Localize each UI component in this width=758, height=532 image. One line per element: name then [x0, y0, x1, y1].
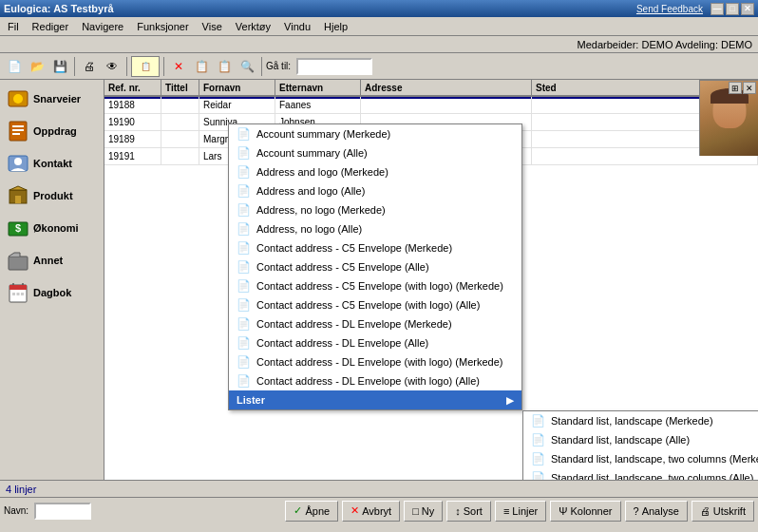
sidebar-item-okonomi[interactable]: $ Økonomi: [2, 213, 102, 243]
search-btn[interactable]: 🔍: [237, 56, 257, 77]
menu-navigere[interactable]: Navigere: [76, 18, 129, 35]
sidebar-item-snarveier[interactable]: Snarveier: [2, 84, 102, 114]
ny-button[interactable]: □ Ny: [404, 501, 443, 522]
sidebar-item-kontakt[interactable]: Kontakt: [2, 148, 102, 179]
goto-label: Gå til:: [266, 61, 291, 71]
sub-item-std-landscape-two-merkede[interactable]: 📄 Standard list, landscape, two columns …: [523, 449, 758, 468]
doc-icon: 📄: [531, 471, 545, 480]
annet-label: Annet: [33, 255, 63, 266]
dropdown-item-contact-dl-logo-merkede[interactable]: 📄 Contact address - DL Envelope (with lo…: [229, 352, 521, 371]
dropdown-item-contact-c5-alle[interactable]: 📄 Contact address - C5 Envelope (Alle): [229, 257, 521, 276]
goto-input[interactable]: [296, 58, 372, 75]
dropdown-item-lister[interactable]: Lister ▶: [229, 390, 521, 409]
menu-verktoy[interactable]: Verktøy: [230, 18, 276, 35]
reports-btn[interactable]: 📋: [131, 56, 160, 77]
window-controls[interactable]: — □ ✕: [711, 3, 754, 15]
name-input[interactable]: [34, 503, 91, 520]
produkt-icon: [7, 184, 29, 207]
menu-vise[interactable]: Vise: [197, 18, 228, 35]
utskrift-button[interactable]: 🖨 Utskrift: [692, 501, 754, 522]
paste-btn[interactable]: 📋: [214, 56, 235, 77]
doc-icon: 📄: [237, 279, 251, 293]
sub-item-std-landscape-alle[interactable]: 📄 Standard list, landscape (Alle): [523, 430, 758, 449]
sub-item-std-landscape-merkede[interactable]: 📄 Standard list, landscape (Merkede): [523, 411, 758, 430]
delete-btn[interactable]: ✕: [168, 56, 189, 77]
dropdown-item-contact-dl-alle[interactable]: 📄 Contact address - DL Envelope (Alle): [229, 333, 521, 352]
dropdown-item-contact-dl-merkede[interactable]: 📄 Contact address - DL Envelope (Merkede…: [229, 314, 521, 333]
table-header: Ref. nr. Tittel Fornavn Etternavn Adress…: [104, 80, 758, 97]
dropdown-item-address-no-logo-merkede[interactable]: 📄 Address, no logo (Merkede): [229, 200, 521, 219]
new-btn[interactable]: 📄: [4, 56, 25, 77]
analyse-button[interactable]: ? Analyse: [625, 501, 688, 522]
dropdown-item-account-summary-alle[interactable]: 📄 Account summary (Alle): [229, 143, 521, 162]
main-dropdown-menu[interactable]: 📄 Account summary (Merkede) 📄 Account su…: [228, 124, 522, 410]
sidebar-item-oppdrag[interactable]: Oppdrag: [2, 116, 102, 146]
oppdrag-icon: [7, 120, 29, 142]
kontakt-icon: [7, 152, 29, 175]
dropdown-item-address-no-logo-alle[interactable]: 📄 Address, no logo (Alle): [229, 219, 521, 238]
dropdown-item-contact-c5-logo-alle[interactable]: 📄 Contact address - C5 Envelope (with lo…: [229, 295, 521, 314]
close-button[interactable]: ✕: [741, 3, 754, 15]
open-btn[interactable]: 📂: [27, 56, 47, 77]
kontakt-label: Kontakt: [33, 158, 72, 169]
oppdrag-label: Oppdrag: [33, 125, 77, 137]
sub-item-std-landscape-two-alle[interactable]: 📄 Standard list, landscape, two columns …: [523, 468, 758, 480]
lister-label: Lister: [237, 394, 265, 406]
print-btn[interactable]: 🖨: [79, 56, 100, 77]
col-ref[interactable]: Ref. nr.: [104, 80, 161, 95]
svg-point-1: [13, 94, 23, 104]
col-etternavn[interactable]: Etternavn: [275, 80, 361, 95]
svg-rect-20: [21, 293, 24, 295]
sidebar-item-dagbok[interactable]: Dagbok: [2, 277, 102, 308]
menu-hjelp[interactable]: Hjelp: [318, 18, 353, 35]
doc-icon: 📄: [237, 336, 251, 350]
sidebar-item-produkt[interactable]: Produkt: [2, 180, 102, 211]
apne-button[interactable]: ✓ Åpne: [285, 501, 338, 522]
snarveier-label: Snarveier: [33, 93, 81, 104]
menu-vindu[interactable]: Vindu: [278, 18, 316, 35]
col-fornavn[interactable]: Fornavn: [199, 80, 275, 95]
table-row[interactable]: 19188 Reidar Faanes: [104, 97, 758, 114]
dropdown-label: Contact address - DL Envelope (with logo…: [256, 375, 480, 387]
svg-point-7: [14, 158, 22, 165]
svg-rect-10: [15, 196, 21, 203]
dropdown-label: Address, no logo (Merkede): [256, 204, 386, 216]
photo-resize-controls[interactable]: ⊞ ✕: [729, 82, 756, 402]
toolbar: 📄 📂 💾 🖨 👁 📋 ✕ 📋 📋 🔍 Gå til:: [0, 53, 758, 80]
col-adresse[interactable]: Adresse: [361, 80, 532, 95]
linjer-button[interactable]: ≡ Linjer: [495, 501, 546, 522]
sort-icon: ↕: [455, 505, 461, 517]
dropdown-item-contact-c5-logo-merkede[interactable]: 📄 Contact address - C5 Envelope (with lo…: [229, 276, 521, 295]
sep4: [261, 57, 262, 76]
dropdown-item-account-summary-merkede[interactable]: 📄 Account summary (Merkede): [229, 124, 521, 143]
cell-tittel-1: [161, 114, 199, 130]
checkmark-icon: ✓: [294, 504, 302, 517]
dropdown-item-contact-dl-logo-alle[interactable]: 📄 Contact address - DL Envelope (with lo…: [229, 371, 521, 390]
kolonner-button[interactable]: Ψ Kolonner: [550, 501, 620, 522]
dropdown-item-contact-c5-merkede[interactable]: 📄 Contact address - C5 Envelope (Merkede…: [229, 238, 521, 257]
feedback-link[interactable]: Send Feedback: [636, 4, 703, 14]
dropdown-label: Contact address - DL Envelope (with logo…: [256, 356, 502, 368]
menu-rediger[interactable]: Rediger: [27, 18, 75, 35]
sidebar-item-annet[interactable]: Annet: [2, 245, 102, 276]
col-tittel[interactable]: Tittel: [161, 80, 199, 95]
preview-btn[interactable]: 👁: [102, 56, 123, 77]
avbryt-button[interactable]: ✕ Avbryt: [342, 501, 400, 522]
menu-fil[interactable]: Fil: [2, 18, 25, 35]
copy-btn[interactable]: 📋: [191, 56, 212, 77]
resize-btn-1[interactable]: ⊞: [729, 82, 742, 94]
cell-adresse-0: [361, 97, 532, 113]
resize-btn-2[interactable]: ✕: [743, 82, 756, 94]
sep1: [74, 57, 75, 76]
dropdown-item-address-logo-alle[interactable]: 📄 Address and logo (Alle): [229, 181, 521, 200]
maximize-button[interactable]: □: [726, 3, 739, 15]
dropdown-label: Contact address - C5 Envelope (Alle): [256, 261, 429, 273]
sub-dropdown-menu[interactable]: 📄 Standard list, landscape (Merkede) 📄 S…: [522, 410, 758, 480]
dropdown-item-address-logo-merkede[interactable]: 📄 Address and logo (Merkede): [229, 162, 521, 181]
menu-funksjoner[interactable]: Funksjoner: [131, 18, 194, 35]
minimize-button[interactable]: —: [711, 3, 724, 15]
name-label: Navn:: [4, 505, 28, 516]
save-btn[interactable]: 💾: [49, 56, 70, 77]
okonomi-label: Økonomi: [33, 222, 79, 234]
sort-button[interactable]: ↕ Sort: [446, 501, 491, 522]
